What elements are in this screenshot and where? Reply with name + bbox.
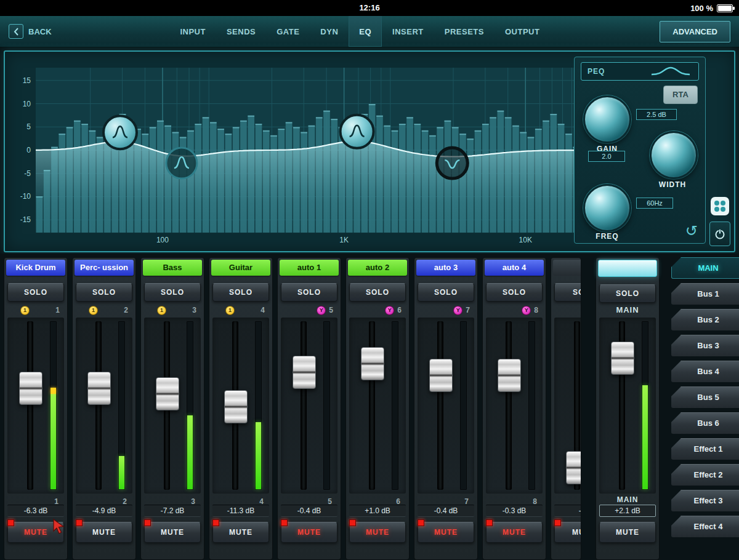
eq-handle-1[interactable] — [103, 116, 137, 149]
channel-badge: 1 — [225, 306, 235, 315]
channel-name-label[interactable]: Bass — [143, 260, 202, 276]
solo-button[interactable]: SOLO — [212, 283, 269, 302]
channel-name-label[interactable]: auto 3 — [416, 260, 475, 276]
bus-button-bus-6[interactable]: Bus 6 — [671, 412, 739, 434]
solo-button[interactable]: SOLO — [7, 283, 64, 302]
channel-badge-row: Y 5 — [279, 305, 339, 315]
bus-button-main[interactable]: MAIN — [671, 257, 739, 279]
svg-text:5: 5 — [26, 122, 31, 131]
db-readout: -6.3 dB — [7, 505, 64, 517]
channel-name-label[interactable]: auto 4 — [485, 260, 544, 276]
channel-name-label[interactable]: Kick Drum — [6, 260, 65, 276]
main-scribble-strip[interactable] — [598, 260, 657, 277]
width-knob[interactable] — [650, 131, 698, 179]
solo-button[interactable]: SOLO — [349, 283, 406, 302]
fader-handle[interactable] — [156, 377, 179, 410]
channel-number: 1 — [55, 306, 60, 314]
eq-handle-4[interactable] — [437, 148, 467, 178]
fader-handle[interactable] — [293, 356, 316, 389]
mute-button[interactable]: MUTE — [486, 522, 543, 543]
gain-knob[interactable] — [583, 95, 631, 143]
solo-button[interactable]: SOLO — [418, 283, 474, 302]
tab-presets[interactable]: PRESETS — [434, 16, 495, 47]
eq-graph[interactable]: 151050-5-10-151001K10K — [7, 54, 591, 247]
channel-badge: Y — [522, 306, 531, 315]
fader-handle[interactable] — [87, 372, 111, 405]
fader-handle[interactable] — [498, 359, 521, 392]
peq-type-selector[interactable]: PEQ — [581, 62, 699, 81]
db-readout: -0.4 dB — [418, 505, 474, 517]
channel-badge: Y — [453, 306, 462, 315]
tab-gate[interactable]: GATE — [266, 16, 310, 47]
level-meter — [460, 321, 467, 490]
freq-knob[interactable] — [583, 184, 631, 232]
fader-track[interactable] — [301, 321, 307, 490]
main-level-meter — [642, 321, 648, 490]
mute-led — [281, 519, 288, 526]
tab-dyn[interactable]: DYN — [310, 16, 349, 47]
mute-button[interactable]: MUTE — [349, 522, 406, 543]
mute-button[interactable]: MUTE — [281, 522, 337, 543]
bus-button-effect-2[interactable]: Effect 2 — [671, 464, 739, 486]
channel-name-label[interactable]: Perc- ussion — [75, 260, 134, 276]
channel-name-label[interactable]: auto 1 — [280, 260, 339, 276]
mute-button[interactable]: MUTE — [76, 522, 132, 543]
channel-badge-row: 1 4 — [211, 305, 271, 315]
bus-button-bus-1[interactable]: Bus 1 — [671, 283, 739, 305]
power-button[interactable] — [709, 222, 730, 246]
main-solo-button[interactable]: SOLO — [599, 284, 656, 303]
bus-button-effect-3[interactable]: Effect 3 — [671, 490, 739, 511]
svg-text:100: 100 — [156, 236, 169, 244]
solo-button[interactable]: SOLO — [554, 283, 581, 302]
advanced-button[interactable]: ADVANCED — [660, 21, 730, 42]
fader-area — [7, 318, 64, 494]
channel-strip: auto 3 SOLO Y 7 7 -0.4 dB MUTE — [414, 257, 478, 560]
bus-button-bus-5[interactable]: Bus 5 — [671, 386, 739, 408]
tab-eq[interactable]: EQ — [349, 16, 382, 47]
fader-track[interactable] — [437, 321, 443, 490]
mute-button[interactable]: MUTE — [212, 522, 269, 543]
mute-led — [349, 519, 356, 526]
channel-name-label[interactable] — [553, 260, 581, 276]
solo-button[interactable]: SOLO — [144, 283, 201, 302]
channel-badge: 1 — [157, 306, 166, 315]
status-bar: 12:16 100 % — [0, 0, 739, 16]
main-mute-button[interactable]: MUTE — [599, 522, 656, 543]
mute-led — [76, 519, 83, 526]
solo-button[interactable]: SOLO — [76, 283, 132, 302]
fader-handle[interactable] — [19, 372, 42, 405]
channel-name-label[interactable]: Guitar — [211, 260, 270, 276]
bus-button-bus-4[interactable]: Bus 4 — [671, 361, 739, 382]
fader-track[interactable] — [95, 321, 102, 490]
fader-handle[interactable] — [429, 359, 453, 392]
fader-track[interactable] — [369, 321, 375, 490]
power-icon — [714, 228, 726, 240]
mute-button[interactable]: MUTE — [144, 522, 201, 543]
reset-icon[interactable]: ↺ — [685, 223, 698, 238]
tab-output[interactable]: OUTPUT — [495, 16, 550, 47]
back-button[interactable]: BACK — [0, 16, 60, 47]
tab-input[interactable]: INPUT — [169, 16, 216, 47]
fader-track[interactable] — [506, 321, 512, 490]
bus-button-bus-3[interactable]: Bus 3 — [671, 335, 739, 356]
tab-insert[interactable]: INSERT — [382, 16, 434, 47]
tab-sends[interactable]: SENDS — [216, 16, 266, 47]
bus-button-effect-1[interactable]: Effect 1 — [671, 438, 739, 460]
bus-button-bus-2[interactable]: Bus 2 — [671, 309, 739, 330]
fader-handle[interactable] — [361, 347, 384, 380]
bus-button-effect-4[interactable]: Effect 4 — [671, 516, 739, 537]
dots-icon[interactable] — [711, 197, 729, 215]
fader-handle[interactable] — [224, 390, 248, 423]
mute-button[interactable]: MUTE — [418, 522, 474, 543]
eq-handle-2[interactable] — [166, 148, 197, 178]
solo-button[interactable]: SOLO — [281, 283, 337, 302]
solo-button[interactable]: SOLO — [486, 283, 543, 302]
mixer-app: 12:16 100 % BACK INPUTSENDSGATEDYNEQINSE… — [0, 0, 739, 560]
fader-handle[interactable] — [566, 451, 581, 484]
main-fader-handle[interactable] — [611, 342, 634, 375]
eq-handle-3[interactable] — [341, 115, 374, 148]
fader-track[interactable] — [27, 321, 33, 490]
rta-button[interactable]: RTA — [663, 86, 698, 104]
channel-name-label[interactable]: auto 2 — [348, 260, 407, 276]
mute-row: MUTE — [554, 522, 581, 543]
